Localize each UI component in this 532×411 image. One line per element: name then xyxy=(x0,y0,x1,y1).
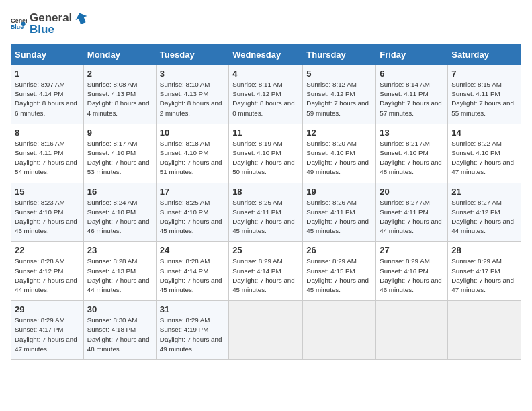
table-row: 8Sunrise: 8:16 AMSunset: 4:11 PMDaylight… xyxy=(11,124,84,183)
day-number: 26 xyxy=(306,245,372,255)
day-info: Sunrise: 8:29 AMSunset: 4:15 PMDaylight:… xyxy=(306,257,369,293)
table-row: 16Sunrise: 8:24 AMSunset: 4:10 PMDayligh… xyxy=(83,183,156,242)
day-number: 9 xyxy=(87,128,152,138)
day-number: 15 xyxy=(15,187,80,197)
table-row: 10Sunrise: 8:18 AMSunset: 4:10 PMDayligh… xyxy=(156,124,228,183)
day-number: 16 xyxy=(87,187,152,197)
day-number: 28 xyxy=(451,245,517,255)
table-row: 5Sunrise: 8:12 AMSunset: 4:12 PMDaylight… xyxy=(303,65,376,124)
table-row: 22Sunrise: 8:28 AMSunset: 4:12 PMDayligh… xyxy=(11,242,84,301)
day-info: Sunrise: 8:18 AMSunset: 4:10 PMDaylight:… xyxy=(160,140,222,176)
table-row: 25Sunrise: 8:29 AMSunset: 4:14 PMDayligh… xyxy=(229,242,303,301)
table-row xyxy=(229,301,303,360)
day-number: 5 xyxy=(306,68,372,79)
table-row: 26Sunrise: 8:29 AMSunset: 4:15 PMDayligh… xyxy=(303,242,376,301)
day-number: 21 xyxy=(451,187,517,197)
col-wednesday: Wednesday xyxy=(229,45,303,65)
table-row xyxy=(303,301,376,360)
table-row: 15Sunrise: 8:23 AMSunset: 4:10 PMDayligh… xyxy=(11,183,84,242)
day-number: 23 xyxy=(87,245,152,255)
svg-text:Blue: Blue xyxy=(11,24,24,30)
day-number: 10 xyxy=(160,128,225,138)
day-info: Sunrise: 8:30 AMSunset: 4:18 PMDaylight:… xyxy=(87,316,150,353)
table-row: 23Sunrise: 8:28 AMSunset: 4:13 PMDayligh… xyxy=(83,242,156,301)
day-info: Sunrise: 8:29 AMSunset: 4:16 PMDaylight:… xyxy=(380,257,442,293)
day-number: 31 xyxy=(160,304,225,314)
table-row: 19Sunrise: 8:26 AMSunset: 4:11 PMDayligh… xyxy=(303,183,376,242)
day-info: Sunrise: 8:20 AMSunset: 4:10 PMDaylight:… xyxy=(306,140,369,176)
day-info: Sunrise: 8:22 AMSunset: 4:10 PMDaylight:… xyxy=(451,140,514,176)
table-row: 24Sunrise: 8:28 AMSunset: 4:14 PMDayligh… xyxy=(156,242,228,301)
table-row: 3Sunrise: 8:10 AMSunset: 4:13 PMDaylight… xyxy=(156,65,228,124)
col-tuesday: Tuesday xyxy=(156,45,228,65)
day-number: 27 xyxy=(380,245,444,255)
day-info: Sunrise: 8:14 AMSunset: 4:11 PMDaylight:… xyxy=(380,81,442,117)
col-sunday: Sunday xyxy=(11,45,84,65)
day-number: 13 xyxy=(380,128,444,138)
day-number: 25 xyxy=(232,245,299,255)
table-row: 30Sunrise: 8:30 AMSunset: 4:18 PMDayligh… xyxy=(83,301,156,360)
table-row: 7Sunrise: 8:15 AMSunset: 4:11 PMDaylight… xyxy=(448,65,521,124)
col-monday: Monday xyxy=(83,45,156,65)
col-saturday: Saturday xyxy=(448,45,521,65)
day-number: 14 xyxy=(451,128,517,138)
calendar-row: 15Sunrise: 8:23 AMSunset: 4:10 PMDayligh… xyxy=(11,183,521,242)
table-row: 4Sunrise: 8:11 AMSunset: 4:12 PMDaylight… xyxy=(229,65,303,124)
day-number: 2 xyxy=(87,68,152,79)
table-row: 17Sunrise: 8:25 AMSunset: 4:10 PMDayligh… xyxy=(156,183,228,242)
calendar-row: 22Sunrise: 8:28 AMSunset: 4:12 PMDayligh… xyxy=(11,242,521,301)
day-info: Sunrise: 8:28 AMSunset: 4:14 PMDaylight:… xyxy=(160,257,222,293)
calendar-table: Sunday Monday Tuesday Wednesday Thursday… xyxy=(11,44,521,360)
day-info: Sunrise: 8:29 AMSunset: 4:14 PMDaylight:… xyxy=(232,257,295,293)
table-row: 14Sunrise: 8:22 AMSunset: 4:10 PMDayligh… xyxy=(448,124,521,183)
day-number: 20 xyxy=(380,187,444,197)
calendar-row: 8Sunrise: 8:16 AMSunset: 4:11 PMDaylight… xyxy=(11,124,521,183)
calendar-row: 29Sunrise: 8:29 AMSunset: 4:17 PMDayligh… xyxy=(11,301,521,360)
table-row: 9Sunrise: 8:17 AMSunset: 4:10 PMDaylight… xyxy=(83,124,156,183)
table-row: 29Sunrise: 8:29 AMSunset: 4:17 PMDayligh… xyxy=(11,301,84,360)
day-number: 1 xyxy=(15,68,80,79)
day-info: Sunrise: 8:19 AMSunset: 4:10 PMDaylight:… xyxy=(232,140,295,176)
table-row: 28Sunrise: 8:29 AMSunset: 4:17 PMDayligh… xyxy=(448,242,521,301)
day-number: 22 xyxy=(15,245,80,255)
table-row: 2Sunrise: 8:08 AMSunset: 4:13 PMDaylight… xyxy=(83,65,156,124)
table-row: 12Sunrise: 8:20 AMSunset: 4:10 PMDayligh… xyxy=(303,124,376,183)
day-number: 7 xyxy=(451,68,517,79)
day-number: 19 xyxy=(306,187,372,197)
day-info: Sunrise: 8:27 AMSunset: 4:11 PMDaylight:… xyxy=(380,199,442,235)
table-row: 21Sunrise: 8:27 AMSunset: 4:12 PMDayligh… xyxy=(448,183,521,242)
day-info: Sunrise: 8:25 AMSunset: 4:11 PMDaylight:… xyxy=(232,199,295,235)
day-number: 4 xyxy=(232,68,299,79)
table-row: 11Sunrise: 8:19 AMSunset: 4:10 PMDayligh… xyxy=(229,124,303,183)
logo: General Blue General Blue xyxy=(11,11,89,36)
day-info: Sunrise: 8:28 AMSunset: 4:12 PMDaylight:… xyxy=(15,257,77,293)
day-info: Sunrise: 8:29 AMSunset: 4:17 PMDaylight:… xyxy=(15,316,77,353)
table-row: 18Sunrise: 8:25 AMSunset: 4:11 PMDayligh… xyxy=(229,183,303,242)
day-number: 24 xyxy=(160,245,225,255)
day-info: Sunrise: 8:29 AMSunset: 4:17 PMDaylight:… xyxy=(451,257,514,293)
day-info: Sunrise: 8:24 AMSunset: 4:10 PMDaylight:… xyxy=(87,199,150,235)
calendar-row: 1Sunrise: 8:07 AMSunset: 4:14 PMDaylight… xyxy=(11,65,521,124)
header-row: Sunday Monday Tuesday Wednesday Thursday… xyxy=(11,45,521,65)
col-friday: Friday xyxy=(376,45,448,65)
day-number: 30 xyxy=(87,304,152,314)
table-row: 6Sunrise: 8:14 AMSunset: 4:11 PMDaylight… xyxy=(376,65,448,124)
day-number: 17 xyxy=(160,187,225,197)
day-info: Sunrise: 8:21 AMSunset: 4:10 PMDaylight:… xyxy=(380,140,442,176)
table-row xyxy=(376,301,448,360)
day-info: Sunrise: 8:28 AMSunset: 4:13 PMDaylight:… xyxy=(87,257,150,293)
day-number: 18 xyxy=(232,187,299,197)
day-number: 3 xyxy=(160,68,225,79)
page-header: General Blue General Blue xyxy=(11,11,521,36)
day-info: Sunrise: 8:25 AMSunset: 4:10 PMDaylight:… xyxy=(160,199,222,235)
day-number: 8 xyxy=(15,128,80,138)
svg-marker-2 xyxy=(74,11,89,25)
table-row: 27Sunrise: 8:29 AMSunset: 4:16 PMDayligh… xyxy=(376,242,448,301)
logo-bird-icon xyxy=(74,11,89,26)
day-info: Sunrise: 8:29 AMSunset: 4:19 PMDaylight:… xyxy=(160,316,222,353)
day-info: Sunrise: 8:26 AMSunset: 4:11 PMDaylight:… xyxy=(306,199,369,235)
day-info: Sunrise: 8:10 AMSunset: 4:13 PMDaylight:… xyxy=(160,81,222,117)
table-row: 20Sunrise: 8:27 AMSunset: 4:11 PMDayligh… xyxy=(376,183,448,242)
day-info: Sunrise: 8:16 AMSunset: 4:11 PMDaylight:… xyxy=(15,140,77,176)
table-row: 31Sunrise: 8:29 AMSunset: 4:19 PMDayligh… xyxy=(156,301,228,360)
